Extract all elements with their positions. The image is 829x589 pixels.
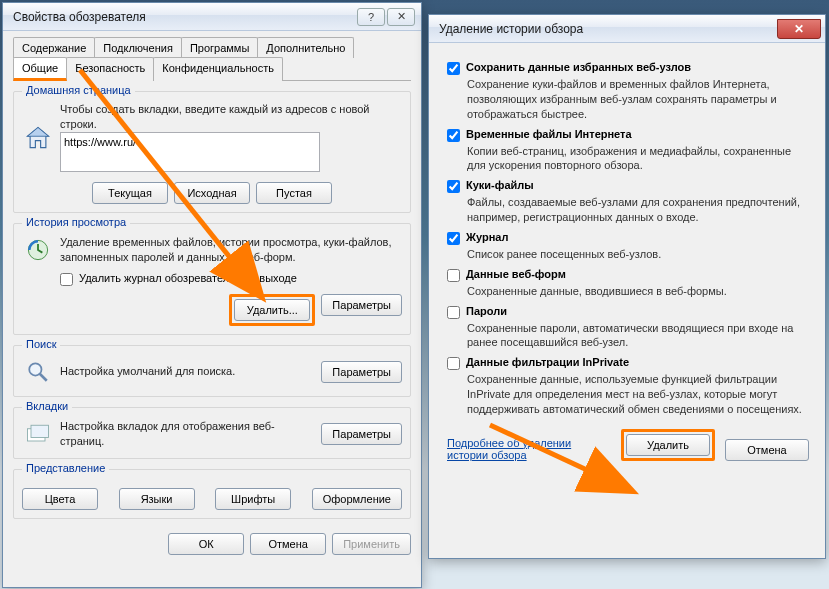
tab-security[interactable]: Безопасность — [66, 57, 154, 81]
tabs-desc: Настройка вкладок для отображения веб-ст… — [60, 419, 315, 449]
tab-content[interactable]: Содержание — [13, 37, 95, 58]
option-label: Данные веб-форм — [466, 268, 566, 280]
close-button[interactable]: ✕ — [777, 19, 821, 39]
tab-advanced[interactable]: Дополнительно — [257, 37, 354, 58]
option-desc: Сохранение куки-файлов и временных файло… — [467, 77, 809, 122]
delete-button[interactable]: Удалить — [626, 434, 710, 456]
tabs-icon — [22, 418, 54, 450]
group-title: Поиск — [22, 338, 60, 350]
option-label: Куки-файлы — [466, 179, 534, 191]
option-label: Пароли — [466, 305, 507, 317]
colors-button[interactable]: Цвета — [22, 488, 98, 510]
group-tabs: Вкладки Настройка вкладок для отображени… — [13, 407, 411, 459]
svg-rect-6 — [31, 425, 49, 437]
tab-general[interactable]: Общие — [13, 57, 67, 81]
group-homepage: Домашняя страница Чтобы создать вкладки,… — [13, 91, 411, 213]
option-label: Журнал — [466, 231, 508, 243]
apply-button[interactable]: Применить — [332, 533, 411, 555]
option-checkbox[interactable] — [447, 180, 460, 193]
tab-privacy[interactable]: Конфиденциальность — [153, 57, 283, 81]
option-label: Данные фильтрации InPrivate — [466, 356, 629, 368]
svg-point-3 — [29, 363, 41, 375]
option-checkbox[interactable] — [447, 62, 460, 75]
learn-more-link[interactable]: Подробнее об удалении истории обзора — [447, 437, 597, 461]
delete-on-exit-label: Удалить журнал обозревателя при выходе — [79, 272, 297, 284]
history-icon — [22, 234, 54, 266]
history-desc: Удаление временных файлов, истории просм… — [60, 235, 402, 265]
delete-on-exit-checkbox[interactable] — [60, 273, 73, 286]
close-button[interactable]: ✕ — [387, 8, 415, 26]
history-settings-button[interactable]: Параметры — [321, 294, 402, 316]
options-list: Сохранить данные избранных веб-узлов Сох… — [447, 61, 809, 417]
delete-history-window: Удаление истории обзора ✕ Сохранить данн… — [428, 14, 826, 559]
option-checkbox[interactable] — [447, 269, 460, 282]
languages-button[interactable]: Языки — [119, 488, 195, 510]
tab-strip: Содержание Подключения Программы Дополни… — [13, 37, 411, 81]
option-desc: Копии веб-страниц, изображения и медиафа… — [467, 144, 809, 174]
group-title: Представление — [22, 462, 109, 474]
search-settings-button[interactable]: Параметры — [321, 361, 402, 383]
ok-button[interactable]: ОК — [168, 533, 244, 555]
use-default-button[interactable]: Исходная — [174, 182, 250, 204]
group-title: Домашняя страница — [22, 84, 135, 96]
use-current-button[interactable]: Текущая — [92, 182, 168, 204]
homepage-desc: Чтобы создать вкладки, введите каждый из… — [60, 102, 402, 132]
delete-highlight: Удалить — [621, 429, 715, 461]
titlebar: Свойства обозревателя ? ✕ — [3, 3, 421, 31]
option-checkbox[interactable] — [447, 129, 460, 142]
option-desc: Сохраненные данные, вводившиеся в веб-фо… — [467, 284, 809, 299]
tab-programs[interactable]: Программы — [181, 37, 258, 58]
cancel-button[interactable]: Отмена — [250, 533, 326, 555]
homepage-url-input[interactable] — [60, 132, 320, 172]
option-checkbox[interactable] — [447, 357, 460, 370]
search-icon — [22, 356, 54, 388]
option-checkbox[interactable] — [447, 306, 460, 319]
option-desc: Файлы, создаваемые веб-узлами для сохран… — [467, 195, 809, 225]
option-label: Сохранить данные избранных веб-узлов — [466, 61, 691, 73]
use-blank-button[interactable]: Пустая — [256, 182, 332, 204]
tabs-settings-button[interactable]: Параметры — [321, 423, 402, 445]
option-checkbox[interactable] — [447, 232, 460, 245]
group-title: История просмотра — [22, 216, 130, 228]
group-title: Вкладки — [22, 400, 72, 412]
delete-history-button[interactable]: Удалить... — [234, 299, 310, 321]
group-search: Поиск Настройка умолчаний для поиска. Па… — [13, 345, 411, 397]
accessibility-button[interactable]: Оформление — [312, 488, 402, 510]
window-title: Свойства обозревателя — [13, 10, 357, 24]
internet-options-window: Свойства обозревателя ? ✕ Содержание Под… — [2, 2, 422, 588]
option-desc: Сохраненные данные, используемые функцие… — [467, 372, 809, 417]
delete-highlight: Удалить... — [229, 294, 315, 326]
svg-line-4 — [40, 373, 47, 380]
cancel-button[interactable]: Отмена — [725, 439, 809, 461]
option-desc: Список ранее посещенных веб-узлов. — [467, 247, 809, 262]
titlebar: Удаление истории обзора ✕ — [429, 15, 825, 43]
search-desc: Настройка умолчаний для поиска. — [60, 364, 315, 379]
option-label: Временные файлы Интернета — [466, 128, 632, 140]
help-button[interactable]: ? — [357, 8, 385, 26]
group-history: История просмотра Удаление временных фай… — [13, 223, 411, 335]
fonts-button[interactable]: Шрифты — [215, 488, 291, 510]
close-icon: ✕ — [794, 22, 804, 36]
tab-connections[interactable]: Подключения — [94, 37, 182, 58]
house-icon — [22, 122, 54, 154]
svg-marker-1 — [28, 127, 49, 136]
option-desc: Сохраненные пароли, автоматически вводящ… — [467, 321, 809, 351]
group-appearance: Представление Цвета Языки Шрифты Оформле… — [13, 469, 411, 519]
window-title: Удаление истории обзора — [439, 22, 777, 36]
